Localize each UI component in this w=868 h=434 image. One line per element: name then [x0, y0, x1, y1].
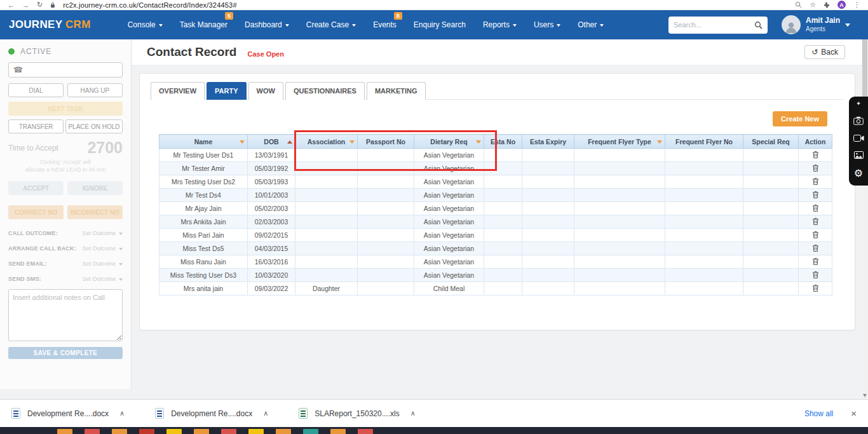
video-icon[interactable]: [853, 135, 864, 142]
user-menu[interactable]: Amit Jain Agents: [782, 15, 850, 34]
download-item[interactable]: Development Re....docx∧: [11, 408, 125, 419]
column-header-esta-no[interactable]: Esta No: [484, 135, 522, 149]
cell-esta_expiry: [522, 175, 574, 189]
taskbar-app-icon[interactable]: [166, 429, 182, 434]
delete-row-button[interactable]: [812, 177, 819, 186]
tab-questionnaires[interactable]: QUESTIONNAIRES: [285, 82, 365, 100]
tab-marketing[interactable]: MARKETING: [367, 82, 426, 100]
gear-icon[interactable]: ⚙: [854, 168, 863, 179]
download-item[interactable]: SLAReport_150320....xls∧: [299, 408, 415, 419]
pin-star-icon[interactable]: ✦: [856, 101, 861, 107]
search-icon[interactable]: [754, 21, 763, 29]
browser-refresh-icon[interactable]: ↻: [37, 1, 43, 9]
column-header-frequent-flyer-type[interactable]: Frequent Flyer Type: [574, 135, 665, 149]
place-on-hold-button[interactable]: PLACE ON HOLD: [65, 119, 123, 133]
outcome-select[interactable]: Set Outcome: [82, 245, 123, 252]
delete-row-button[interactable]: [812, 284, 819, 292]
column-header-dietary-req[interactable]: Dietary Req: [414, 135, 484, 149]
show-all-button[interactable]: Show all: [804, 409, 850, 418]
outcome-select[interactable]: Set Outcome: [82, 261, 123, 267]
delete-row-button[interactable]: [812, 151, 819, 159]
hang-up-button[interactable]: HANG UP: [67, 83, 123, 97]
bookmark-star-icon[interactable]: ☆: [810, 1, 816, 9]
browser-profile-avatar[interactable]: A: [837, 1, 846, 9]
nav-item-other[interactable]: Other: [578, 20, 604, 29]
column-header-dob[interactable]: DOB: [248, 135, 295, 149]
next-task-button[interactable]: NEXT TASK: [8, 102, 123, 116]
nav-item-reports[interactable]: Reports: [483, 20, 517, 29]
browser-menu-icon[interactable]: ⋮: [853, 1, 860, 9]
tab-party[interactable]: PARTY: [207, 82, 246, 100]
gallery-icon[interactable]: [854, 151, 864, 159]
column-header-association[interactable]: Association: [295, 135, 358, 149]
taskbar-app-icon[interactable]: [112, 429, 127, 434]
browser-back-icon[interactable]: ←: [8, 1, 15, 9]
nav-item-enquiry-search[interactable]: Enquiry Search: [414, 20, 466, 29]
column-header-name[interactable]: Name: [159, 135, 248, 149]
accept-button[interactable]: ACCEPT: [8, 181, 64, 195]
nav-item-users[interactable]: Users: [534, 20, 560, 29]
app-logo[interactable]: JOURNEY CRM: [9, 18, 91, 31]
download-filename: Development Re....docx: [171, 409, 252, 418]
url-text[interactable]: rc2x.journey-crm.co.uk/ContactRecord/Ind…: [63, 1, 237, 9]
delete-row-button[interactable]: [812, 257, 819, 266]
column-header-action[interactable]: Action: [799, 135, 832, 149]
save-complete-button[interactable]: SAVE & COMPLETE: [8, 347, 123, 359]
taskbar-app-icon[interactable]: [276, 429, 291, 434]
taskbar-app-icon[interactable]: [303, 429, 318, 434]
delete-row-button[interactable]: [812, 244, 819, 252]
chevron-up-icon[interactable]: ∧: [410, 409, 416, 417]
taskbar-app-icon[interactable]: [358, 429, 373, 434]
taskbar-app-icon[interactable]: [330, 429, 346, 434]
extensions-icon[interactable]: [824, 2, 830, 8]
transfer-button[interactable]: TRANSFER: [8, 119, 64, 133]
taskbar-app-icon[interactable]: [194, 429, 209, 434]
incorrect-no-button[interactable]: INCORRECT NO: [67, 205, 123, 219]
close-downloads-icon[interactable]: ×: [850, 408, 857, 419]
chevron-up-icon[interactable]: ∧: [119, 409, 125, 417]
taskbar-app-icon[interactable]: [57, 429, 72, 434]
nav-item-create-case[interactable]: Create Case: [306, 20, 356, 29]
nav-item-task-manager[interactable]: Task Manager5: [180, 20, 227, 29]
create-new-button[interactable]: Create New: [773, 111, 827, 126]
correct-no-button[interactable]: CORRECT NO: [8, 205, 64, 219]
nav-item-events[interactable]: Events8: [373, 20, 397, 29]
ignore-button[interactable]: IGNORE: [67, 181, 123, 195]
search-input[interactable]: [674, 21, 754, 29]
delete-row-button[interactable]: [812, 164, 819, 172]
nav-item-console[interactable]: Console: [128, 20, 163, 29]
zoom-icon[interactable]: [795, 1, 802, 8]
nav-item-dashboard[interactable]: Dashboard: [245, 20, 289, 29]
status-label: ACTIVE: [20, 47, 51, 56]
taskbar-app-icon[interactable]: [221, 429, 236, 434]
delete-row-button[interactable]: [812, 191, 819, 199]
page-scrollbar[interactable]: [862, 10, 868, 399]
taskbar-app-icon[interactable]: [248, 429, 264, 434]
tab-wow[interactable]: WOW: [248, 82, 283, 100]
column-header-special-req[interactable]: Special Req: [743, 135, 799, 149]
dial-button[interactable]: DIAL: [8, 83, 64, 97]
sort-caret-icon: [287, 140, 292, 144]
delete-row-button[interactable]: [812, 231, 819, 239]
tab-overview[interactable]: OVERVIEW: [151, 82, 205, 100]
taskbar-app-icon[interactable]: [85, 429, 100, 434]
column-header-passport-no[interactable]: Passport No: [358, 135, 414, 149]
phone-number-input[interactable]: [27, 66, 118, 74]
camera-icon[interactable]: [853, 116, 864, 125]
taskbar-app-icon[interactable]: [139, 429, 154, 434]
download-item[interactable]: Development Re....docx∧: [155, 408, 268, 419]
chevron-up-icon[interactable]: ∧: [263, 409, 268, 417]
cell-name: Miss Pari Jain: [159, 229, 248, 242]
column-header-esta-expiry[interactable]: Esta Expiry: [522, 135, 574, 149]
outcome-row-arrange-call-back: ARRANGE CALL BACK:Set Outcome: [8, 241, 123, 256]
back-button[interactable]: ↺ Back: [804, 45, 845, 59]
delete-row-button[interactable]: [812, 271, 819, 279]
column-header-frequent-flyer-no[interactable]: Frequent Flyer No: [665, 135, 743, 149]
outcome-select[interactable]: Set Outcome: [82, 276, 123, 282]
delete-row-button[interactable]: [812, 217, 819, 226]
browser-forward-icon[interactable]: →: [22, 1, 29, 9]
call-notes-textarea[interactable]: [8, 289, 123, 341]
scroll-down-arrow-icon[interactable]: [863, 394, 867, 397]
outcome-select[interactable]: Set Outcome: [82, 230, 123, 236]
delete-row-button[interactable]: [812, 204, 819, 212]
